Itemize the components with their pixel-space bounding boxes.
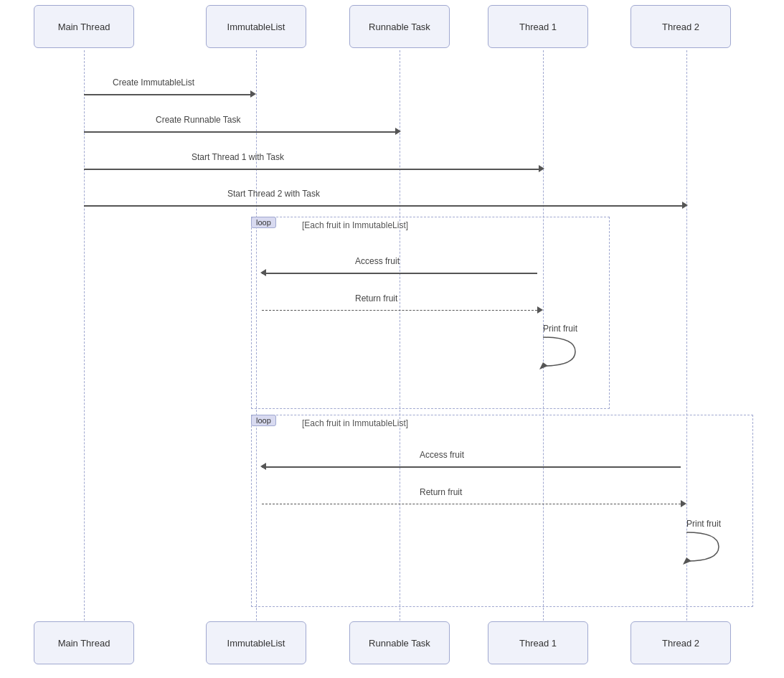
loop2-self-arrow bbox=[683, 529, 726, 561]
lifeline-box-thread1-top: Thread 1 bbox=[488, 5, 588, 48]
lifeline-box-thread2-bottom: Thread 2 bbox=[630, 621, 731, 664]
loop1-label: loop bbox=[251, 217, 276, 228]
loop2-condition: [Each fruit in ImmutableList] bbox=[302, 418, 408, 428]
lifeline-box-immutable-bottom: ImmutableList bbox=[206, 621, 306, 664]
loop1-print-label: Print fruit bbox=[543, 324, 577, 334]
lifeline-box-immutable-top: ImmutableList bbox=[206, 5, 306, 48]
lifeline-box-thread1-bottom: Thread 1 bbox=[488, 621, 588, 664]
lifeline-box-main-top: Main Thread bbox=[34, 5, 134, 48]
lifeline-box-thread2-top: Thread 2 bbox=[630, 5, 731, 48]
arrow-label-loop2-return: Return fruit bbox=[420, 487, 462, 497]
arrow-loop1-return: Return fruit bbox=[262, 303, 543, 318]
arrow-label-create-runnable: Create Runnable Task bbox=[156, 115, 241, 125]
lifeline-box-runnable-bottom: Runnable Task bbox=[349, 621, 450, 664]
loop1-condition: [Each fruit in ImmutableList] bbox=[302, 220, 408, 230]
arrow-loop2-return: Return fruit bbox=[262, 497, 686, 512]
arrow-label-start-thread2: Start Thread 2 with Task bbox=[227, 189, 320, 199]
arrow-label-start-thread1: Start Thread 1 with Task bbox=[192, 152, 284, 162]
lifeline-box-main-bottom: Main Thread bbox=[34, 621, 134, 664]
arrow-start-thread1: Start Thread 1 with Task bbox=[84, 162, 544, 176]
arrow-label-loop1-access: Access fruit bbox=[355, 256, 400, 266]
arrow-label-loop1-return: Return fruit bbox=[355, 293, 397, 303]
lifeline-box-runnable-top: Runnable Task bbox=[349, 5, 450, 48]
loop2-label: loop bbox=[251, 415, 276, 426]
loop1-self-arrow bbox=[539, 334, 582, 366]
arrow-start-thread2: Start Thread 2 with Task bbox=[84, 199, 688, 213]
arrow-create-immutablelist: Create ImmutableList bbox=[84, 88, 256, 102]
loop2-print-label: Print fruit bbox=[686, 519, 721, 529]
arrow-label-create-immutablelist: Create ImmutableList bbox=[113, 77, 194, 88]
arrow-label-loop2-access: Access fruit bbox=[420, 450, 464, 460]
arrow-loop1-access: Access fruit bbox=[262, 266, 543, 281]
arrow-loop2-access: Access fruit bbox=[262, 460, 686, 474]
arrow-create-runnable: Create Runnable Task bbox=[84, 125, 401, 139]
sequence-diagram: Main Thread ImmutableList Runnable Task … bbox=[0, 0, 784, 678]
